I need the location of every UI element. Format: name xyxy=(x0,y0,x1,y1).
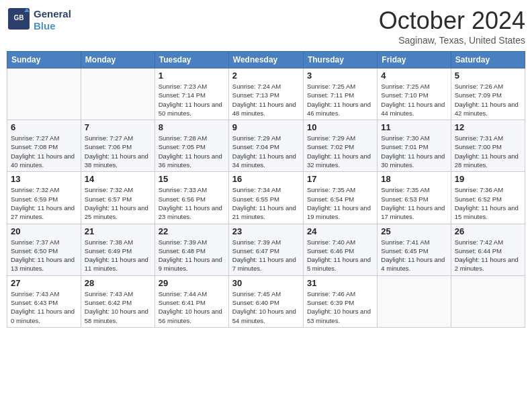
day-number: 24 xyxy=(307,226,373,236)
day-info: Sunrise: 7:41 AMSunset: 6:45 PMDaylight:… xyxy=(381,238,447,273)
day-number: 18 xyxy=(381,174,447,184)
day-number: 2 xyxy=(232,71,300,81)
calendar-cell: 9Sunrise: 7:29 AMSunset: 7:04 PMDaylight… xyxy=(228,120,303,172)
day-number: 25 xyxy=(381,226,447,236)
logo-icon: GB xyxy=(7,7,31,31)
day-header-tuesday: Tuesday xyxy=(154,52,228,68)
day-info: Sunrise: 7:32 AMSunset: 6:59 PMDaylight:… xyxy=(11,185,77,221)
calendar-cell: 12Sunrise: 7:31 AMSunset: 7:00 PMDayligh… xyxy=(451,120,525,172)
calendar-cell: 4Sunrise: 7:25 AMSunset: 7:10 PMDaylight… xyxy=(378,68,451,120)
day-number: 16 xyxy=(232,174,300,184)
calendar-cell: 22Sunrise: 7:39 AMSunset: 6:48 PMDayligh… xyxy=(154,224,228,275)
calendar-cell: 1Sunrise: 7:23 AMSunset: 7:14 PMDaylight… xyxy=(154,68,228,120)
calendar-cell: 25Sunrise: 7:41 AMSunset: 6:45 PMDayligh… xyxy=(378,224,451,275)
day-info: Sunrise: 7:37 AMSunset: 6:50 PMDaylight:… xyxy=(11,238,77,273)
calendar-cell: 24Sunrise: 7:40 AMSunset: 6:46 PMDayligh… xyxy=(303,224,377,275)
day-number: 19 xyxy=(455,174,521,184)
day-header-monday: Monday xyxy=(81,52,154,68)
day-info: Sunrise: 7:27 AMSunset: 7:06 PMDaylight:… xyxy=(85,134,151,169)
title-section: October 2024 Saginaw, Texas, United Stat… xyxy=(379,7,525,46)
day-info: Sunrise: 7:43 AMSunset: 6:42 PMDaylight:… xyxy=(85,289,151,325)
day-number: 20 xyxy=(11,226,77,236)
day-info: Sunrise: 7:45 AMSunset: 6:40 PMDaylight:… xyxy=(232,289,300,325)
day-number: 5 xyxy=(455,71,521,81)
day-header-saturday: Saturday xyxy=(451,52,525,68)
calendar-cell: 16Sunrise: 7:34 AMSunset: 6:55 PMDayligh… xyxy=(228,172,303,224)
calendar-cell: 8Sunrise: 7:28 AMSunset: 7:05 PMDaylight… xyxy=(154,120,228,172)
calendar-cell: 19Sunrise: 7:36 AMSunset: 6:52 PMDayligh… xyxy=(451,172,525,224)
logo-blue: Blue xyxy=(34,20,71,32)
day-header-friday: Friday xyxy=(378,52,451,68)
day-info: Sunrise: 7:46 AMSunset: 6:39 PMDaylight:… xyxy=(307,289,373,325)
logo: GB General Blue xyxy=(7,7,71,34)
day-info: Sunrise: 7:42 AMSunset: 6:44 PMDaylight:… xyxy=(455,238,521,273)
day-info: Sunrise: 7:25 AMSunset: 7:11 PMDaylight:… xyxy=(307,82,373,118)
calendar-table: SundayMondayTuesdayWednesdayThursdayFrid… xyxy=(7,51,525,328)
calendar-cell: 11Sunrise: 7:30 AMSunset: 7:01 PMDayligh… xyxy=(378,120,451,172)
day-number: 10 xyxy=(307,122,373,132)
day-number: 23 xyxy=(232,226,300,236)
day-number: 6 xyxy=(11,122,77,132)
month-title: October 2024 xyxy=(379,7,525,35)
svg-text:GB: GB xyxy=(14,14,24,21)
day-number: 8 xyxy=(159,122,225,132)
calendar-cell: 14Sunrise: 7:32 AMSunset: 6:57 PMDayligh… xyxy=(81,172,154,224)
day-info: Sunrise: 7:39 AMSunset: 6:47 PMDaylight:… xyxy=(232,238,300,273)
day-number: 28 xyxy=(85,278,151,288)
day-info: Sunrise: 7:29 AMSunset: 7:04 PMDaylight:… xyxy=(232,134,300,169)
day-number: 7 xyxy=(85,122,151,132)
calendar-cell: 29Sunrise: 7:44 AMSunset: 6:41 PMDayligh… xyxy=(154,275,228,327)
calendar-cell: 23Sunrise: 7:39 AMSunset: 6:47 PMDayligh… xyxy=(228,224,303,275)
calendar-cell: 21Sunrise: 7:38 AMSunset: 6:49 PMDayligh… xyxy=(81,224,154,275)
day-number: 12 xyxy=(455,122,521,132)
calendar-week-row: 1Sunrise: 7:23 AMSunset: 7:14 PMDaylight… xyxy=(7,68,525,120)
day-number: 21 xyxy=(85,226,151,236)
day-number: 1 xyxy=(159,71,225,81)
day-number: 22 xyxy=(159,226,225,236)
day-number: 31 xyxy=(307,278,373,288)
day-info: Sunrise: 7:33 AMSunset: 6:56 PMDaylight:… xyxy=(159,185,225,221)
logo-general: General xyxy=(34,8,71,20)
day-info: Sunrise: 7:25 AMSunset: 7:10 PMDaylight:… xyxy=(381,82,447,118)
calendar-week-row: 27Sunrise: 7:43 AMSunset: 6:43 PMDayligh… xyxy=(7,275,525,327)
day-info: Sunrise: 7:44 AMSunset: 6:41 PMDaylight:… xyxy=(159,289,225,325)
day-info: Sunrise: 7:34 AMSunset: 6:55 PMDaylight:… xyxy=(232,185,300,221)
calendar-cell xyxy=(81,68,154,120)
calendar-cell: 30Sunrise: 7:45 AMSunset: 6:40 PMDayligh… xyxy=(228,275,303,327)
day-info: Sunrise: 7:26 AMSunset: 7:09 PMDaylight:… xyxy=(455,82,521,118)
calendar-cell: 13Sunrise: 7:32 AMSunset: 6:59 PMDayligh… xyxy=(7,172,81,224)
day-number: 14 xyxy=(85,174,151,184)
day-info: Sunrise: 7:36 AMSunset: 6:52 PMDaylight:… xyxy=(455,185,521,221)
day-header-wednesday: Wednesday xyxy=(228,52,303,68)
day-info: Sunrise: 7:43 AMSunset: 6:43 PMDaylight:… xyxy=(11,289,77,325)
calendar-cell: 20Sunrise: 7:37 AMSunset: 6:50 PMDayligh… xyxy=(7,224,81,275)
calendar-week-row: 13Sunrise: 7:32 AMSunset: 6:59 PMDayligh… xyxy=(7,172,525,224)
calendar-cell: 31Sunrise: 7:46 AMSunset: 6:39 PMDayligh… xyxy=(303,275,377,327)
calendar-header-row: SundayMondayTuesdayWednesdayThursdayFrid… xyxy=(7,52,525,68)
day-number: 27 xyxy=(11,278,77,288)
day-info: Sunrise: 7:30 AMSunset: 7:01 PMDaylight:… xyxy=(381,134,447,169)
day-number: 15 xyxy=(159,174,225,184)
calendar-cell: 10Sunrise: 7:29 AMSunset: 7:02 PMDayligh… xyxy=(303,120,377,172)
day-number: 11 xyxy=(381,122,447,132)
page: GB General Blue October 2024 Saginaw, Te… xyxy=(0,0,532,411)
calendar-week-row: 6Sunrise: 7:27 AMSunset: 7:08 PMDaylight… xyxy=(7,120,525,172)
calendar-cell: 26Sunrise: 7:42 AMSunset: 6:44 PMDayligh… xyxy=(451,224,525,275)
day-header-sunday: Sunday xyxy=(7,52,81,68)
day-number: 13 xyxy=(11,174,77,184)
day-number: 29 xyxy=(159,278,225,288)
day-number: 30 xyxy=(232,278,300,288)
day-info: Sunrise: 7:31 AMSunset: 7:00 PMDaylight:… xyxy=(455,134,521,169)
calendar-cell: 3Sunrise: 7:25 AMSunset: 7:11 PMDaylight… xyxy=(303,68,377,120)
day-info: Sunrise: 7:24 AMSunset: 7:13 PMDaylight:… xyxy=(232,82,300,118)
day-info: Sunrise: 7:28 AMSunset: 7:05 PMDaylight:… xyxy=(159,134,225,169)
day-info: Sunrise: 7:27 AMSunset: 7:08 PMDaylight:… xyxy=(11,134,77,169)
day-number: 4 xyxy=(381,71,447,81)
day-info: Sunrise: 7:40 AMSunset: 6:46 PMDaylight:… xyxy=(307,238,373,273)
calendar-cell xyxy=(378,275,451,327)
location-title: Saginaw, Texas, United States xyxy=(379,35,525,46)
calendar-cell: 2Sunrise: 7:24 AMSunset: 7:13 PMDaylight… xyxy=(228,68,303,120)
day-info: Sunrise: 7:29 AMSunset: 7:02 PMDaylight:… xyxy=(307,134,373,169)
day-info: Sunrise: 7:32 AMSunset: 6:57 PMDaylight:… xyxy=(85,185,151,221)
calendar-cell: 15Sunrise: 7:33 AMSunset: 6:56 PMDayligh… xyxy=(154,172,228,224)
